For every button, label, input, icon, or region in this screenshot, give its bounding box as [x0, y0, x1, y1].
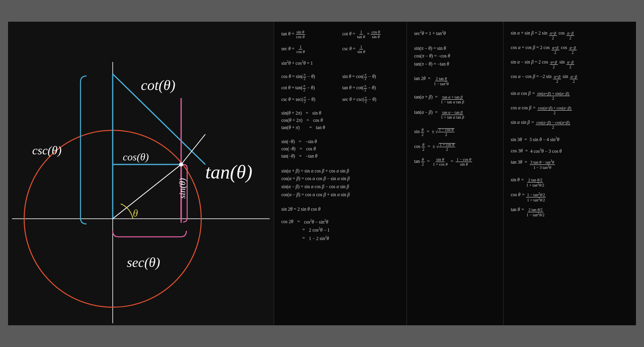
- formula-block-3: sin α + sin β = 2 sin α+β2 cos α−β2 cos …: [511, 30, 629, 218]
- diagram-panel: cot(θ) csc(θ) cos(θ) tan(θ) sin(θ) θ sec…: [8, 22, 274, 325]
- formula-panel-3: sin α + sin β = 2 sin α+β2 cos α−β2 cos …: [503, 22, 636, 325]
- svg-text:sin(θ): sin(θ): [177, 178, 187, 199]
- formula-panel-1: tan θ = sin θcos θ cot θ = 1tan θ = cos …: [274, 22, 407, 325]
- main-container: cot(θ) csc(θ) cos(θ) tan(θ) sin(θ) θ sec…: [8, 22, 636, 325]
- svg-text:csc(θ): csc(θ): [32, 144, 62, 157]
- svg-text:cos(θ): cos(θ): [123, 151, 149, 163]
- svg-text:sec(θ): sec(θ): [127, 255, 160, 270]
- svg-text:cot(θ): cot(θ): [141, 77, 175, 93]
- formula-block-2: sec2θ = 1 + tan2θ sin(π − θ) = sin θ cos…: [414, 30, 496, 166]
- formula-block-1: tan θ = sin θcos θ cot θ = 1tan θ = cos …: [281, 30, 399, 242]
- svg-point-11: [179, 162, 183, 166]
- formula-panel-2: sec2θ = 1 + tan2θ sin(π − θ) = sin θ cos…: [407, 22, 503, 325]
- svg-text:tan(θ): tan(θ): [205, 161, 252, 183]
- svg-text:θ: θ: [133, 207, 138, 219]
